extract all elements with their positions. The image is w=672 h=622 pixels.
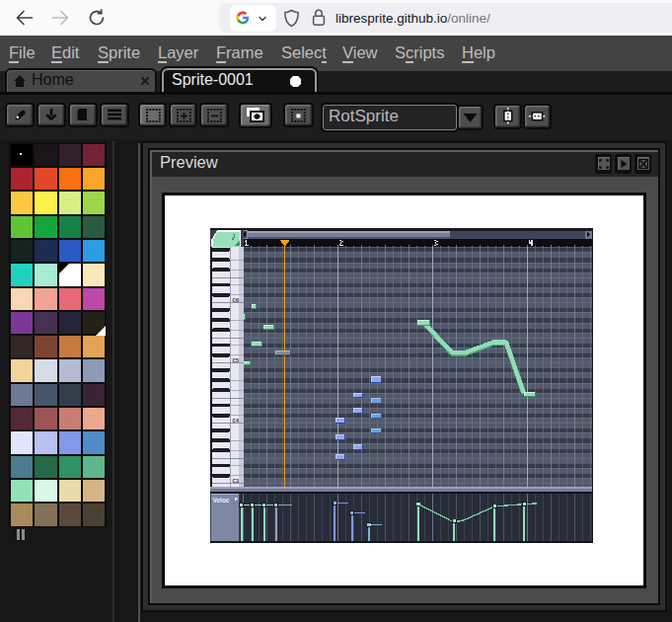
svg-text:C4: C4 xyxy=(233,418,240,425)
svg-text:Veloc: Veloc xyxy=(213,497,230,504)
svg-text:C3: C3 xyxy=(233,478,240,485)
svg-text:C5: C5 xyxy=(233,357,240,364)
svg-text:C6: C6 xyxy=(233,297,240,304)
